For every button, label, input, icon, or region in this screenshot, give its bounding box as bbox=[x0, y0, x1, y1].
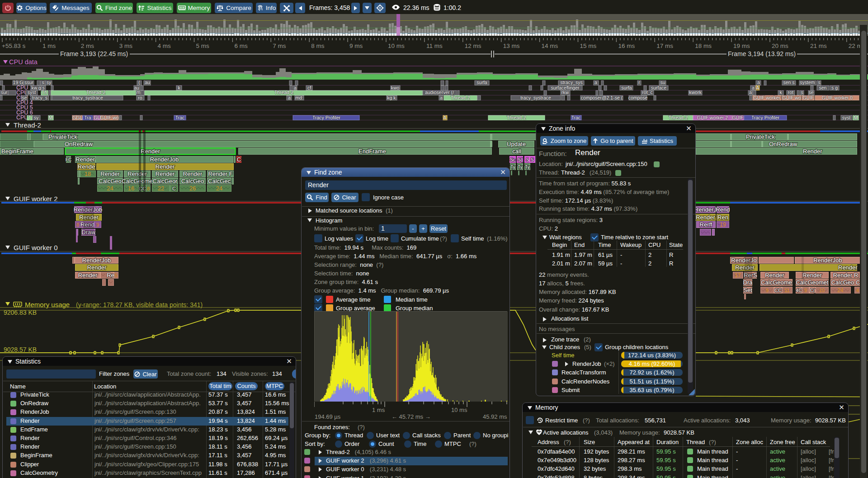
svg-text:cf: cf bbox=[307, 85, 311, 90]
svg-text:a: a bbox=[749, 90, 752, 95]
svg-text:Render: Render bbox=[78, 272, 98, 279]
svg-text:+55.83 s: +55.83 s bbox=[2, 43, 25, 49]
svg-text:G: G bbox=[72, 115, 76, 120]
svg-text:(: ( bbox=[138, 80, 140, 85]
svg-text:OnRedraw: OnRedraw bbox=[769, 141, 797, 147]
svg-text:Rerff: Rerff bbox=[700, 221, 712, 228]
svg-text:5 ms: 5 ms bbox=[196, 43, 210, 49]
svg-text:Render: Render bbox=[156, 163, 175, 170]
svg-text:su: su bbox=[660, 80, 665, 85]
svg-text:CalcGeo C: CalcGeo C bbox=[831, 279, 860, 286]
svg-text:Thread-2: Thread-2 bbox=[669, 115, 688, 120]
svg-text:sy: sy bbox=[34, 115, 39, 120]
svg-text:24: 24 bbox=[837, 287, 844, 293]
svg-text:Trac: Trac bbox=[571, 115, 581, 120]
svg-text:surfa: surfa bbox=[621, 85, 632, 90]
svg-text:Set: Set bbox=[743, 287, 752, 293]
svg-text:8: 8 bbox=[76, 222, 79, 227]
svg-text:CalcGeo: CalcGeo bbox=[99, 178, 122, 185]
svg-text:Thread-2: Thread-2 bbox=[451, 95, 470, 100]
svg-text:18 ms: 18 ms bbox=[695, 43, 712, 49]
svg-text:RenderJo: RenderJo bbox=[731, 257, 756, 264]
svg-text:16 ms: 16 ms bbox=[618, 43, 635, 49]
svg-text:Rende: Rende bbox=[78, 163, 95, 170]
svg-text:rot_c: rot_c bbox=[642, 90, 652, 95]
svg-text:9: 9 bbox=[766, 288, 769, 293]
svg-text:Th: Th bbox=[42, 90, 47, 95]
svg-text:s: s bbox=[801, 90, 803, 95]
svg-text:13 ms: 13 ms bbox=[503, 43, 520, 49]
svg-text:Re: Re bbox=[107, 272, 114, 279]
svg-text:rot: rot bbox=[788, 90, 793, 95]
svg-text:stracy_sys: stracy_sys bbox=[560, 80, 583, 85]
svg-text:GUIF worker 2: GUIF worker 2 bbox=[697, 115, 728, 120]
svg-text:Render F: Render F bbox=[208, 170, 232, 177]
svg-text:22: 22 bbox=[158, 185, 164, 192]
svg-text:EndFrame: EndFrame bbox=[359, 148, 386, 155]
svg-text:11 ms: 11 ms bbox=[426, 43, 443, 49]
svg-text:17 ms: 17 ms bbox=[656, 43, 673, 49]
svg-text:Frame 3,193 (22.45 ms): Frame 3,193 (22.45 ms) bbox=[60, 50, 128, 57]
svg-text:Thread-2: Thread-2 bbox=[274, 90, 294, 95]
svg-text:20 ms: 20 ms bbox=[772, 43, 788, 49]
svg-text:au: au bbox=[145, 80, 150, 85]
svg-text:Thread-2: Thread-2 bbox=[86, 90, 106, 95]
svg-text:Thread-2: Thread-2 bbox=[14, 121, 41, 129]
svg-text:Sc: Sc bbox=[510, 157, 515, 162]
svg-text:syst: syst bbox=[842, 115, 851, 120]
svg-text:Tracy Profiler: Tracy Profiler bbox=[751, 115, 780, 120]
svg-text:compose: compose bbox=[628, 95, 648, 100]
svg-text:9: 9 bbox=[96, 222, 99, 227]
svg-text:Ty: Ty bbox=[510, 165, 515, 170]
svg-text:se: se bbox=[808, 90, 813, 95]
svg-text:syst: syst bbox=[28, 90, 36, 95]
svg-text:r: r bbox=[638, 80, 640, 85]
svg-text:rkw: rkw bbox=[561, 90, 569, 95]
svg-text:Render: Render bbox=[765, 272, 784, 279]
svg-text:kwo: kwo bbox=[391, 85, 400, 90]
svg-text:m: m bbox=[137, 90, 141, 95]
svg-text:GUIF: GUIF bbox=[802, 95, 814, 100]
svg-text:24: 24 bbox=[216, 185, 222, 192]
svg-text:OnRedraw: OnRedraw bbox=[65, 141, 93, 147]
svg-text:tracy_systrace: tracy_systrace bbox=[520, 95, 551, 100]
svg-text:Ty: Ty bbox=[518, 165, 523, 170]
svg-text:S: S bbox=[531, 157, 534, 162]
svg-text:8: 8 bbox=[147, 186, 150, 191]
svg-text:Thread-2: Thread-2 bbox=[507, 115, 526, 120]
svg-text:11: 11 bbox=[784, 288, 789, 293]
svg-text:RenderJob: RenderJob bbox=[813, 257, 842, 264]
svg-text:GUIF: GUIF bbox=[732, 115, 743, 120]
svg-text:9206.83 KB: 9206.83 KB bbox=[4, 309, 37, 316]
svg-text:Dra: Dra bbox=[743, 279, 753, 286]
svg-text:tracy_systrace: tracy_systrace bbox=[72, 95, 103, 100]
svg-text:1 ms: 1 ms bbox=[42, 43, 56, 49]
svg-text:s: s bbox=[42, 80, 44, 85]
svg-text:CalcGeome: CalcGeome bbox=[761, 279, 792, 286]
svg-text:3 ms: 3 ms bbox=[119, 43, 133, 49]
svg-text:GUIF worker: GUIF worker bbox=[753, 95, 780, 100]
svg-text:19 G: 19 G bbox=[13, 80, 24, 85]
svg-text:C: C bbox=[237, 156, 241, 163]
svg-text:9028.57 KB: 9028.57 KB bbox=[4, 346, 37, 353]
svg-text:k: k bbox=[178, 85, 180, 90]
svg-text:19 ms: 19 ms bbox=[733, 43, 750, 49]
svg-text:Render: Render bbox=[75, 156, 95, 163]
svg-text:a: a bbox=[594, 80, 597, 85]
svg-text:Ren: Ren bbox=[717, 214, 728, 221]
svg-text:9: 9 bbox=[804, 288, 807, 293]
svg-text:S(: S( bbox=[518, 157, 523, 162]
svg-text:RenderJob: RenderJob bbox=[82, 257, 111, 264]
svg-text:CalcGec: CalcGec bbox=[208, 178, 231, 185]
svg-text:GUIF wo: GUIF wo bbox=[782, 95, 801, 100]
svg-text:Render: Render bbox=[87, 264, 107, 271]
svg-text:14 ms: 14 ms bbox=[542, 43, 558, 49]
svg-text:ro: ro bbox=[138, 95, 142, 100]
svg-text:GUIF worker 0: GUIF worker 0 bbox=[14, 244, 58, 251]
svg-text:9 ms: 9 ms bbox=[349, 43, 363, 49]
svg-text:composer@2.1-se (: composer@2.1-se ( bbox=[581, 95, 623, 100]
svg-text:Update: Update bbox=[507, 141, 526, 147]
svg-text:GUIF wo: GUIF wo bbox=[100, 115, 119, 120]
svg-text:M: M bbox=[49, 115, 53, 120]
svg-text:PrivateTick: PrivateTick bbox=[746, 133, 775, 140]
